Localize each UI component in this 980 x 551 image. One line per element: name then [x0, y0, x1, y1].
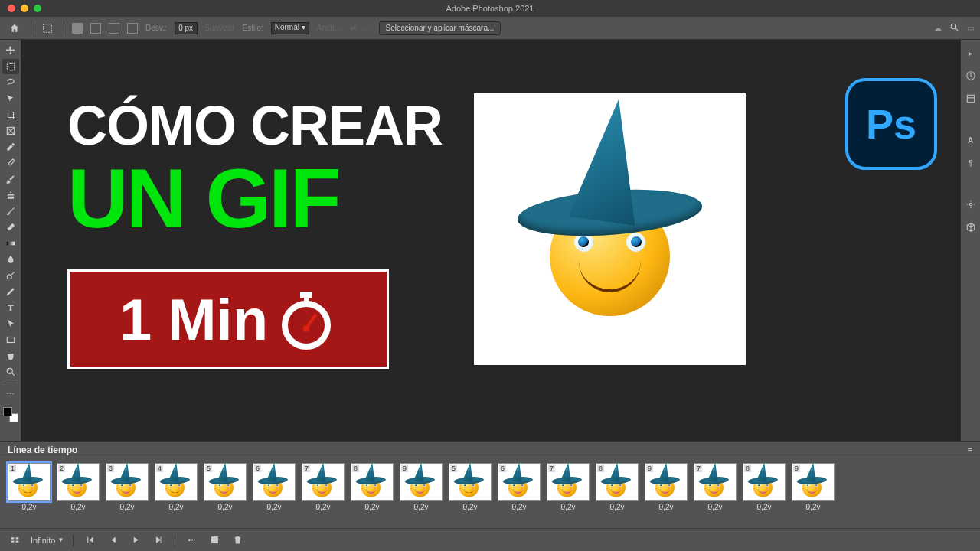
marquee-tool-icon[interactable]	[39, 21, 56, 36]
brush-tool[interactable]	[2, 171, 19, 187]
zoom-tool[interactable]	[2, 364, 19, 380]
timeline-frame[interactable]: 1 0,2v	[8, 463, 51, 511]
timeline-frame[interactable]: 5 0,2v	[449, 463, 492, 511]
timeline-menu-icon[interactable]: ≡	[968, 445, 972, 455]
timeline-controls: Infinito ▼	[0, 528, 980, 551]
duplicate-frame-button[interactable]	[207, 533, 221, 547]
canvas-area[interactable]: CÓMO CREAR UN GIF 1 Min Ps	[21, 40, 960, 441]
selection-add-icon[interactable]	[90, 23, 101, 34]
feather-label: Desv.:	[145, 24, 167, 32]
selection-subtract-icon[interactable]	[109, 23, 119, 34]
convert-timeline-icon[interactable]	[8, 533, 21, 547]
timeline-frame[interactable]: 9 0,2v	[645, 463, 688, 511]
collapsed-panels: ▸ A ¶	[960, 40, 980, 441]
marquee-tool[interactable]	[2, 59, 19, 74]
history-brush-tool[interactable]	[2, 204, 19, 219]
workspace-icon[interactable]: ▭	[967, 24, 974, 32]
timeline-frame[interactable]: 8 0,2v	[743, 463, 786, 511]
window-zoom[interactable]	[34, 5, 41, 12]
frame-tool[interactable]	[2, 123, 19, 139]
timeline-frame[interactable]: 3 0,2v	[106, 463, 149, 511]
overlay-badge: 1 Min	[67, 269, 389, 369]
timeline-panel: Línea de tiempo ≡ 1 0,2v2 0,2v3 0,2v4 0,…	[0, 441, 980, 551]
svg-rect-12	[15, 537, 18, 539]
delete-frame-button[interactable]	[230, 533, 244, 547]
selection-new-icon[interactable]	[72, 23, 83, 34]
gradient-tool[interactable]	[2, 236, 19, 251]
next-frame-button[interactable]	[152, 533, 165, 547]
quick-selection-tool[interactable]	[2, 91, 19, 106]
move-tool[interactable]	[2, 43, 19, 58]
app-title: Adobe Photoshop 2021	[446, 4, 534, 13]
timeline-frame[interactable]: 8 0,2v	[351, 463, 394, 511]
timeline-frame[interactable]: 5 0,2v	[204, 463, 247, 511]
paragraph-panel-icon[interactable]: ¶	[964, 156, 978, 170]
width-label: Anch…	[317, 24, 342, 32]
eyedropper-tool[interactable]	[2, 139, 19, 155]
height-label: …	[364, 24, 371, 32]
select-and-mask-button[interactable]: Seleccionar y aplicar máscara...	[379, 21, 501, 35]
svg-point-9	[969, 203, 972, 206]
timeline-frame[interactable]: 7 0,2v	[694, 463, 737, 511]
timeline-frame[interactable]: 9 0,2v	[792, 463, 835, 511]
loop-select[interactable]: Infinito ▼	[31, 536, 64, 545]
photoshop-logo: Ps	[845, 78, 937, 170]
pen-tool[interactable]	[2, 284, 19, 299]
svg-rect-4	[6, 242, 15, 246]
timeline-frame[interactable]: 9 0,2v	[400, 463, 443, 511]
svg-rect-13	[15, 541, 18, 543]
timeline-frame[interactable]: 6 0,2v	[498, 463, 541, 511]
svg-point-14	[188, 539, 190, 541]
selection-intersect-icon[interactable]	[127, 23, 138, 34]
lasso-tool[interactable]	[2, 75, 19, 90]
svg-rect-0	[44, 24, 52, 32]
timeline-frame[interactable]: 7 0,2v	[302, 463, 345, 511]
blur-tool[interactable]	[2, 252, 19, 267]
title-bar: Adobe Photoshop 2021	[0, 0, 980, 17]
play-button[interactable]	[129, 533, 142, 547]
svg-rect-10	[11, 537, 14, 539]
path-selection-tool[interactable]	[2, 316, 19, 331]
expand-panels-icon[interactable]: ▸	[964, 46, 978, 60]
character-panel-icon[interactable]: A	[964, 133, 978, 147]
timeline-title: Línea de tiempo	[8, 445, 77, 455]
timeline-frames: 1 0,2v2 0,2v3 0,2v4 0,2v5 0,2v6	[0, 458, 980, 528]
window-minimize[interactable]	[21, 5, 28, 12]
timeline-frame[interactable]: 4 0,2v	[155, 463, 198, 511]
color-swatches[interactable]	[3, 407, 18, 422]
style-select[interactable]: Normal ▾	[271, 22, 309, 34]
timeline-frame[interactable]: 8 0,2v	[596, 463, 639, 511]
svg-point-16	[194, 540, 194, 540]
hand-tool[interactable]	[2, 348, 19, 364]
cloud-docs-icon[interactable]: ☁	[934, 24, 942, 32]
svg-rect-6	[7, 337, 14, 343]
tools-panel: ⋯	[0, 40, 21, 441]
timeline-frame[interactable]: 2 0,2v	[57, 463, 100, 511]
search-icon[interactable]	[949, 22, 959, 34]
prev-frame-button[interactable]	[106, 533, 119, 547]
timeline-frame[interactable]: 6 0,2v	[253, 463, 296, 511]
tween-button[interactable]	[185, 533, 198, 547]
rectangle-tool[interactable]	[2, 332, 19, 347]
badge-text: 1 Min	[119, 286, 268, 353]
svg-point-5	[7, 275, 11, 279]
timeline-frame[interactable]: 7 0,2v	[547, 463, 590, 511]
svg-rect-2	[7, 63, 14, 70]
home-icon[interactable]	[6, 21, 23, 36]
edit-toolbar[interactable]: ⋯	[2, 386, 19, 402]
healing-brush-tool[interactable]	[2, 155, 19, 171]
window-close[interactable]	[8, 5, 15, 12]
feather-input[interactable]	[175, 22, 198, 34]
properties-panel-icon[interactable]	[964, 92, 978, 106]
history-panel-icon[interactable]	[964, 69, 978, 83]
clone-stamp-tool[interactable]	[2, 187, 19, 203]
3d-panel-icon[interactable]	[964, 220, 978, 234]
type-tool[interactable]	[2, 300, 19, 315]
first-frame-button[interactable]	[83, 533, 96, 547]
dodge-tool[interactable]	[2, 268, 19, 283]
navigator-panel-icon[interactable]	[964, 197, 978, 211]
crop-tool[interactable]	[2, 107, 19, 122]
svg-point-1	[951, 24, 956, 29]
options-bar: Desv.: Suavizar Estilo: Normal ▾ Anch… ⇄…	[0, 17, 980, 40]
eraser-tool[interactable]	[2, 220, 19, 235]
